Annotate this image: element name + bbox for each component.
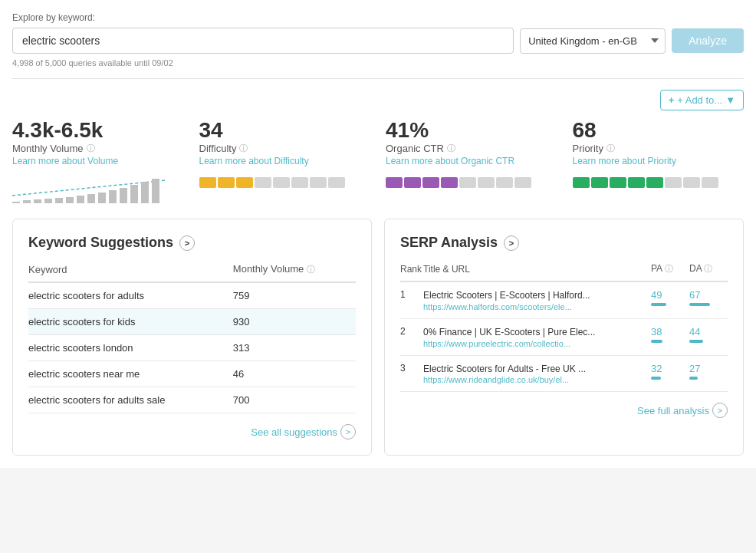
sparkline-chart [12,173,166,203]
svg-rect-12 [130,185,138,203]
pa-bar [651,303,666,306]
kw-table-row[interactable]: electric scooters for adults sale 700 [28,387,356,413]
kw-cell-volume: 313 [233,335,356,361]
svg-rect-6 [66,197,74,203]
svg-rect-8 [87,194,95,203]
plus-icon: + [669,94,675,106]
priority-info-icon: ⓘ [606,143,615,154]
keyword-input[interactable] [12,28,514,54]
serp-cell-title-url: 0% Finance | UK E-Scooters | Pure Elec..… [423,318,651,355]
priority-label: Priority ⓘ [573,143,744,154]
difficulty-info-icon: ⓘ [239,143,248,154]
add-to-button[interactable]: + + Add to... ▼ [660,90,744,110]
da-bar [689,303,710,306]
analyze-button[interactable]: Analyze [672,28,744,53]
serp-table-row[interactable]: 2 0% Finance | UK E-Scooters | Pure Elec… [400,318,728,355]
ctr-learn-link[interactable]: Learn more about Organic CTR [386,156,557,166]
serp-col-da: DA ⓘ [689,263,728,281]
da-info-icon: ⓘ [704,264,712,273]
svg-rect-3 [34,199,41,203]
serp-cell-rank: 3 [400,355,423,392]
svg-rect-14 [152,179,159,203]
svg-rect-9 [98,193,106,203]
svg-rect-11 [120,188,127,203]
queries-info: 4,998 of 5,000 queries available until 0… [12,58,744,67]
volume-learn-link[interactable]: Learn more about Volume [12,156,184,166]
kw-cell-volume: 46 [233,361,356,387]
locale-select[interactable]: United Kingdom - en-GB United States - e… [520,28,666,54]
serp-analysis-panel: SERP Analysis > Rank Title & URL PA ⓘ DA [384,219,744,456]
serp-cell-rank: 2 [400,318,423,355]
svg-rect-7 [77,196,84,203]
priority-seg-bar [573,177,744,188]
serp-cell-rank: 1 [400,281,423,318]
metric-volume: 4.3k-6.5k Monthly Volume ⓘ Learn more ab… [12,118,184,203]
kw-cell-keyword: electric scooters london [28,335,233,361]
kw-cell-keyword: electric scooters for adults sale [28,387,233,413]
kw-col-keyword: Keyword [28,263,233,282]
svg-rect-13 [141,182,149,203]
metric-priority: 68 Priority ⓘ Learn more about Priority [573,118,744,203]
svg-rect-1 [12,202,20,203]
serp-col-title: Title & URL [423,263,651,281]
svg-rect-5 [55,198,63,203]
pa-info-icon: ⓘ [665,264,673,273]
kw-table-row[interactable]: electric scooters for kids 930 [28,309,356,335]
kw-col-volume: Monthly Volume ⓘ [233,263,356,282]
see-all-suggestions: See all suggestions > [28,424,356,439]
divider [12,78,744,79]
see-full-analysis: See full analysis > [400,403,728,418]
serp-cell-title-url: Electric Scooters | E-Scooters | Halford… [423,281,651,318]
kw-cell-keyword: electric scooters for kids [28,309,233,335]
serp-cell-title-url: Electric Scooters for Adults - Free UK .… [423,355,651,392]
search-row: United Kingdom - en-GB United States - e… [12,28,744,54]
kw-cell-volume: 759 [233,282,356,309]
priority-value: 68 [573,118,744,143]
add-to-row: + + Add to... ▼ [12,90,744,110]
svg-rect-2 [23,200,31,203]
see-full-icon: > [712,403,728,418]
kw-table-row[interactable]: electric scooters for adults 759 [28,282,356,309]
serp-col-rank: Rank [400,263,423,281]
panels-row: Keyword Suggestions > Keyword Monthly Vo… [12,219,744,456]
ctr-label: Organic CTR ⓘ [386,143,557,154]
kw-suggestions-expand-icon[interactable]: > [179,235,195,251]
ctr-info-icon: ⓘ [447,143,455,154]
svg-rect-10 [109,190,117,203]
serp-expand-icon[interactable]: > [504,235,519,251]
serp-cell-da: 27 [689,355,728,392]
serp-table-row[interactable]: 1 Electric Scooters | E-Scooters | Halfo… [400,281,728,318]
explore-label: Explore by keyword: [12,12,744,23]
difficulty-seg-bar [199,177,371,188]
difficulty-learn-link[interactable]: Learn more about Difficulty [199,156,371,166]
metrics-row: 4.3k-6.5k Monthly Volume ⓘ Learn more ab… [12,118,744,203]
chevron-down-icon: ▼ [725,94,735,106]
see-full-link[interactable]: See full analysis > [637,403,728,418]
volume-sparkline [12,173,184,203]
volume-col-info-icon: ⓘ [307,265,315,274]
kw-table-row[interactable]: electric scooters london 313 [28,335,356,361]
da-bar [689,340,703,343]
priority-learn-link[interactable]: Learn more about Priority [573,156,744,166]
see-all-icon: > [340,424,356,439]
serp-cell-pa: 32 [651,355,689,392]
pa-bar [651,377,661,380]
pa-bar [651,340,662,343]
volume-value: 4.3k-6.5k [12,118,184,143]
svg-rect-4 [44,199,52,203]
da-bar [689,377,698,380]
serp-table: Rank Title & URL PA ⓘ DA ⓘ 1 [400,263,728,392]
kw-table-row[interactable]: electric scooters near me 46 [28,361,356,387]
difficulty-label: Difficulty ⓘ [199,143,371,154]
serp-cell-pa: 49 [651,281,689,318]
add-to-label: + Add to... [677,94,722,106]
volume-label: Monthly Volume ⓘ [12,143,184,154]
serp-col-pa: PA ⓘ [651,263,689,281]
serp-cell-da: 67 [689,281,728,318]
kw-cell-volume: 700 [233,387,356,413]
kw-cell-keyword: electric scooters for adults [28,282,233,309]
see-all-link[interactable]: See all suggestions > [251,424,356,439]
serp-cell-pa: 38 [651,318,689,355]
kw-table: Keyword Monthly Volume ⓘ electric scoote… [28,263,356,413]
serp-table-row[interactable]: 3 Electric Scooters for Adults - Free UK… [400,355,728,392]
